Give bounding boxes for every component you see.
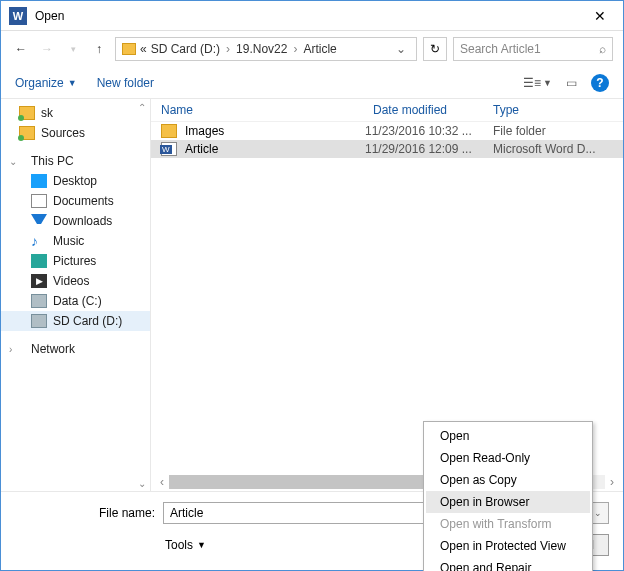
menu-item: Open with Transform — [426, 513, 590, 535]
file-date: 11/23/2016 10:32 ... — [365, 124, 485, 138]
sidebar-item-documents[interactable]: Documents — [1, 191, 150, 211]
file-type: Microsoft Word D... — [493, 142, 613, 156]
drive-icon — [31, 314, 47, 328]
file-name: Images — [185, 124, 357, 138]
drive-icon — [31, 294, 47, 308]
breadcrumb-item[interactable]: SD Card (D:) — [151, 42, 220, 56]
chevron-down-icon: ▼ — [197, 540, 206, 550]
folder-icon — [122, 43, 136, 55]
address-bar[interactable]: « SD Card (D:) › 19.Nov22 › Article ⌄ — [115, 37, 417, 61]
window-title: Open — [35, 9, 585, 23]
menu-item[interactable]: Open in Browser — [426, 491, 590, 513]
filename-label: File name: — [15, 506, 155, 520]
sidebar-item-pictures[interactable]: Pictures — [1, 251, 150, 271]
menu-item[interactable]: Open and Repair — [426, 557, 590, 571]
pictures-icon — [31, 254, 47, 268]
sidebar-item-downloads[interactable]: Downloads — [1, 211, 150, 231]
breadcrumb-item[interactable]: 19.Nov22 — [236, 42, 287, 56]
sidebar-item-sources[interactable]: Sources — [1, 123, 150, 143]
chevron-right-icon[interactable]: › — [224, 42, 232, 56]
videos-icon: ▶ — [31, 274, 47, 288]
close-icon[interactable]: ✕ — [585, 8, 615, 24]
document-icon — [31, 194, 47, 208]
scroll-right-icon[interactable]: › — [605, 475, 619, 489]
view-mode-button[interactable]: ☰≡ ▼ — [523, 76, 552, 90]
file-date: 11/29/2016 12:09 ... — [365, 142, 485, 156]
scroll-up-icon[interactable]: ⌃ — [136, 101, 148, 113]
tools-button[interactable]: Tools ▼ — [165, 538, 206, 552]
menu-item[interactable]: Open — [426, 425, 590, 447]
chevron-down-icon: ▼ — [68, 78, 77, 88]
sidebar-item-thispc[interactable]: ⌄This PC — [1, 151, 150, 171]
menu-item[interactable]: Open Read-Only — [426, 447, 590, 469]
navigation-pane: ⌃ sk Sources ⌄This PC Desktop Documents … — [1, 99, 151, 491]
filename-input[interactable]: Article ⌄ — [163, 502, 446, 524]
column-type[interactable]: Type — [493, 103, 613, 117]
search-icon[interactable]: ⌕ — [599, 42, 606, 56]
download-icon — [31, 214, 47, 228]
music-icon: ♪ — [31, 234, 47, 248]
scroll-down-icon[interactable]: ⌄ — [136, 477, 148, 489]
chevron-down-icon: ⌄ — [594, 508, 602, 518]
sidebar-item-network[interactable]: ›Network — [1, 339, 150, 359]
sidebar-item-videos[interactable]: ▶Videos — [1, 271, 150, 291]
preview-pane-button[interactable]: ▭ — [566, 76, 577, 90]
folder-icon — [19, 126, 35, 140]
column-name[interactable]: Name — [161, 103, 373, 117]
desktop-icon — [31, 174, 47, 188]
file-row[interactable]: Images11/23/2016 10:32 ...File folder — [151, 122, 623, 140]
organize-button[interactable]: Organize ▼ — [15, 76, 77, 90]
search-placeholder: Search Article1 — [460, 42, 541, 56]
forward-button: → — [37, 39, 57, 59]
chevron-right-icon[interactable]: › — [291, 42, 299, 56]
recent-dropdown[interactable]: ▾ — [63, 39, 83, 59]
new-folder-button[interactable]: New folder — [97, 76, 154, 90]
column-date[interactable]: Date modified — [373, 103, 493, 117]
folder-icon — [161, 124, 177, 138]
menu-item[interactable]: Open in Protected View — [426, 535, 590, 557]
search-input[interactable]: Search Article1 ⌕ — [453, 37, 613, 61]
sidebar-item-datac[interactable]: Data (C:) — [1, 291, 150, 311]
up-button[interactable]: ↑ — [89, 39, 109, 59]
scrollbar-thumb[interactable] — [169, 475, 431, 489]
sidebar-item-music[interactable]: ♪Music — [1, 231, 150, 251]
file-row[interactable]: Article11/29/2016 12:09 ...Microsoft Wor… — [151, 140, 623, 158]
expand-icon[interactable]: ⌄ — [9, 156, 19, 167]
back-button[interactable]: ← — [11, 39, 31, 59]
expand-icon[interactable]: › — [9, 344, 19, 355]
column-headers: Name Date modified Type — [151, 99, 623, 122]
sidebar-item-sdcard[interactable]: SD Card (D:) — [1, 311, 150, 331]
breadcrumb-item[interactable]: Article — [303, 42, 336, 56]
open-dropdown-menu: OpenOpen Read-OnlyOpen as CopyOpen in Br… — [423, 421, 593, 571]
refresh-button[interactable]: ↻ — [423, 37, 447, 61]
address-dropdown-icon[interactable]: ⌄ — [392, 42, 410, 56]
help-icon[interactable]: ? — [591, 74, 609, 92]
file-type: File folder — [493, 124, 613, 138]
sidebar-item-sk[interactable]: sk — [1, 103, 150, 123]
word-app-icon: W — [9, 7, 27, 25]
scroll-left-icon[interactable]: ‹ — [155, 475, 169, 489]
word-file-icon — [161, 142, 177, 156]
folder-icon — [19, 106, 35, 120]
menu-item[interactable]: Open as Copy — [426, 469, 590, 491]
file-name: Article — [185, 142, 357, 156]
breadcrumb-prefix: « — [140, 42, 147, 56]
sidebar-item-desktop[interactable]: Desktop — [1, 171, 150, 191]
